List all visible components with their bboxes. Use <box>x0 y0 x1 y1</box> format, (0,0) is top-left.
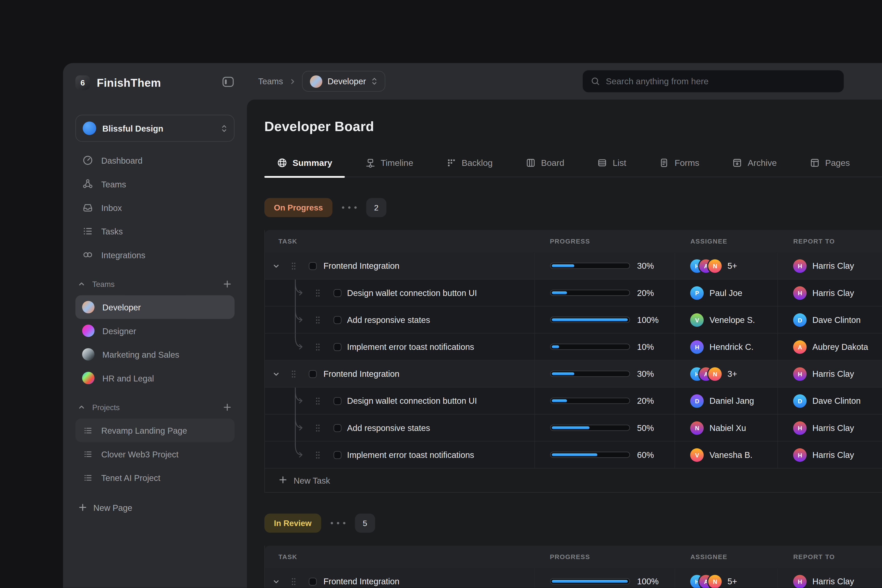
sidebar-item-label: Dashboard <box>101 156 142 165</box>
progress-cell: 50% <box>535 414 675 441</box>
avatar: N <box>708 259 722 273</box>
task-checkbox[interactable] <box>333 316 341 324</box>
task-row[interactable]: Add responsive states100%VVenelope S.DDa… <box>265 306 882 333</box>
app-window: 6 FinishThem Blissful Design DashboardTe… <box>63 63 882 588</box>
avatar: V <box>690 313 704 327</box>
report-to-cell: HHarris Clay <box>778 279 882 306</box>
drag-handle-icon[interactable] <box>315 315 320 325</box>
add-project-button[interactable] <box>223 403 232 412</box>
task-groups: On Progress2TASKPROGRESSASSIGNEEREPORT T… <box>264 198 882 588</box>
assignee-label: Vanesha B. <box>710 450 753 460</box>
status-badge[interactable]: In Review <box>264 513 321 532</box>
search-input[interactable] <box>606 76 836 86</box>
team-avatar <box>82 372 94 384</box>
progress-bar <box>550 370 630 377</box>
sidebar-item-revamp-landing-page[interactable]: Revamp Landing Page <box>75 418 235 442</box>
team-avatar <box>82 348 94 361</box>
drag-handle-icon[interactable] <box>315 342 320 352</box>
report-to-cell: HHarris Clay <box>778 414 882 441</box>
tab-pages[interactable]: Pages <box>810 149 850 177</box>
drag-handle-icon[interactable] <box>291 262 296 271</box>
task-row[interactable]: Frontend Integration30%HAN5+HHarris Clay <box>265 253 882 279</box>
task-checkbox[interactable] <box>333 289 341 297</box>
workspace-selector[interactable]: Blissful Design <box>75 115 235 142</box>
projects-section-header[interactable]: Projects <box>75 399 235 415</box>
avatar: V <box>690 448 704 462</box>
drag-handle-icon[interactable] <box>291 369 296 378</box>
status-badge[interactable]: On Progress <box>264 198 333 217</box>
drag-handle-icon[interactable] <box>315 397 320 406</box>
teams-section-header[interactable]: Teams <box>75 276 235 292</box>
sidebar-item-teams[interactable]: Teams <box>75 172 235 196</box>
sidebar-item-hr-and-legal[interactable]: HR and Legal <box>75 366 235 390</box>
task-cell: Implement error toast notifications <box>265 333 535 360</box>
table-header: TASKPROGRESSASSIGNEEREPORT TO <box>265 546 882 568</box>
chevron-down-icon[interactable] <box>273 578 280 585</box>
sidebar-item-developer[interactable]: Developer <box>75 295 235 319</box>
task-row[interactable]: Implement error toast notifications10%HH… <box>265 333 882 360</box>
tab-list[interactable]: List <box>597 149 626 177</box>
tab-archive[interactable]: Archive <box>732 149 777 177</box>
sidebar-item-tenet-ai-project[interactable]: Tenet AI Project <box>75 466 235 489</box>
task-row[interactable]: Frontend Integration100%HAN5+HHarris Cla… <box>265 568 882 588</box>
task-row[interactable]: Design wallet connection button UI20%PPa… <box>265 279 882 306</box>
sidebar-item-designer[interactable]: Designer <box>75 319 235 342</box>
task-row[interactable]: Add responsive states50%NNabiel XuHHarri… <box>265 414 882 441</box>
task-checkbox[interactable] <box>309 262 316 270</box>
chevron-down-icon[interactable] <box>273 370 280 378</box>
task-cell: Design wallet connection button UI <box>265 279 535 306</box>
assignee-cell: VVanesha B. <box>675 441 778 468</box>
report-to-name: Harris Clay <box>812 369 854 378</box>
breadcrumb-teams[interactable]: Teams <box>258 76 283 86</box>
task-checkbox[interactable] <box>333 451 341 459</box>
tab-summary[interactable]: Summary <box>277 149 333 177</box>
sidebar-item-integrations[interactable]: Integrations <box>75 243 235 267</box>
drag-handle-icon[interactable] <box>315 289 320 298</box>
logo-row: 6 FinishThem <box>75 75 235 90</box>
more-options-button[interactable] <box>330 521 346 525</box>
sidebar-item-marketing-and-sales[interactable]: Marketing and Sales <box>75 342 235 366</box>
progress-bar <box>550 317 630 323</box>
breadcrumb-team-selector[interactable]: Developer <box>302 71 385 92</box>
search-bar <box>582 70 844 93</box>
new-page-button[interactable]: New Page <box>75 498 135 517</box>
sidebar-item-tasks[interactable]: Tasks <box>75 219 235 243</box>
progress-bar <box>550 262 630 269</box>
chevron-down-icon[interactable] <box>273 262 280 270</box>
task-checkbox[interactable] <box>333 343 341 351</box>
task-checkbox[interactable] <box>333 397 341 405</box>
task-row[interactable]: Design wallet connection button UI20%DDa… <box>265 388 882 414</box>
progress-cell: 10% <box>535 333 675 360</box>
tab-forms[interactable]: Forms <box>659 149 699 177</box>
sidebar-item-label: Tasks <box>101 226 123 236</box>
collapse-sidebar-icon <box>222 76 235 89</box>
timeline-icon <box>365 158 376 168</box>
tab-label: Forms <box>675 158 699 168</box>
new-task-button[interactable]: New Task <box>265 469 882 493</box>
new-task-label: New Task <box>294 476 330 485</box>
task-row[interactable]: Implement error toast notifications60%VV… <box>265 441 882 468</box>
sidebar-collapse-button[interactable] <box>222 76 235 89</box>
column-header-report-to: REPORT TO <box>778 238 882 245</box>
tab-label: List <box>613 158 626 168</box>
plus-icon <box>223 279 232 289</box>
task-row[interactable]: Frontend Integration30%HAN3+HHarris Clay <box>265 361 882 388</box>
project-list-icon <box>82 473 93 482</box>
task-checkbox[interactable] <box>309 578 316 585</box>
drag-handle-icon[interactable] <box>315 450 320 460</box>
more-options-button[interactable] <box>341 205 358 210</box>
drag-handle-icon[interactable] <box>315 424 320 433</box>
progress-fill <box>552 264 574 267</box>
sidebar-item-clover-web3-project[interactable]: Clover Web3 Project <box>75 442 235 466</box>
sidebar-item-inbox[interactable]: Inbox <box>75 196 235 219</box>
task-checkbox[interactable] <box>309 370 316 378</box>
sidebar-item-dashboard[interactable]: Dashboard <box>75 148 235 172</box>
tab-timeline[interactable]: Timeline <box>365 149 413 177</box>
drag-handle-icon[interactable] <box>291 577 296 586</box>
team-avatar <box>82 301 94 314</box>
tab-backlog[interactable]: Backlog <box>446 149 493 177</box>
add-team-button[interactable] <box>223 279 232 289</box>
task-checkbox[interactable] <box>333 424 341 432</box>
tab-board[interactable]: Board <box>525 149 564 177</box>
progress-bar <box>550 398 630 404</box>
